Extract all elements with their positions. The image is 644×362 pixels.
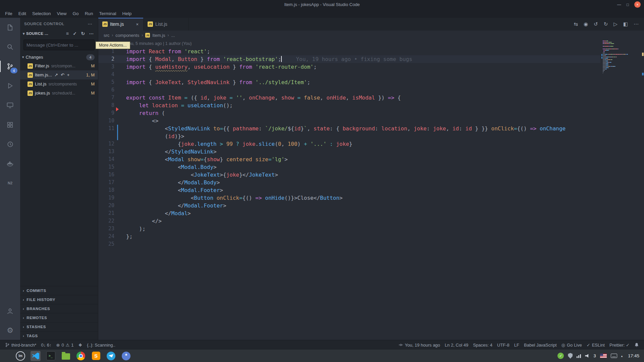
code-line-9[interactable]: 9 return ( [98,109,600,117]
code-line-20[interactable]: 20 </Modal.Footer> [98,202,600,209]
commit-message-input[interactable] [23,40,95,50]
code-line-16[interactable]: 16 <JokeText>{joke}</JokeText> [98,171,600,179]
vscode-taskbar-icon[interactable] [31,351,41,361]
cursor-position[interactable]: Ln 2, Col 49 [442,343,471,348]
menu-terminal[interactable]: Terminal [96,11,119,16]
language-mode[interactable]: Babel JavaScript [522,343,559,348]
change-row-list-js[interactable]: JSList.jssrc/componentsM [20,79,98,88]
split-editor-icon[interactable]: ◧ [623,21,628,27]
code-line-24[interactable]: 24}; [98,233,600,240]
code-line-2[interactable]: 2import { Modal, Button } from 'react-bo… [98,55,600,63]
code-line-7[interactable]: 7export const Item = ({ id, joke = '', o… [98,94,600,102]
section-file-history[interactable]: ›FILE HISTORY [20,295,98,304]
menu-selection[interactable]: Selection [29,11,54,16]
change-row-item-js[interactable]: JSItem.js...↗↶+1, M [20,70,98,79]
chrome-icon[interactable] [76,351,86,361]
keyboard-layout-icon[interactable] [611,354,617,358]
view-as-tree-icon[interactable]: ≡ [65,31,70,36]
sync-indicator[interactable]: 0↓ 6↑ [39,340,54,350]
file-manager-icon[interactable] [61,351,71,361]
volume-icon[interactable] [585,354,589,358]
remote-explorer-icon[interactable] [0,96,20,115]
update-manager-icon[interactable]: ✓ [557,353,564,359]
settings-gear-icon[interactable]: ⚙ [0,321,20,340]
maximize-button[interactable]: □ [627,3,629,7]
mint-menu-icon[interactable]: lm [15,351,25,361]
gitlens-icon[interactable] [0,134,20,154]
change-row-jokes-js[interactable]: JSjokes.jssrc/redux/d...M [20,88,98,98]
code-line-5[interactable]: 5import { JokeText, StyledNavLink } from… [98,78,600,86]
code-line-12[interactable]: 12 {joke.length > 99 ? joke.slice(0, 100… [98,140,600,148]
menu-go[interactable]: Go [70,11,82,16]
account-icon[interactable] [0,301,20,321]
code-line-23[interactable]: 23 ); [98,225,600,233]
us-flag-icon[interactable] [600,354,607,358]
go-live-button[interactable]: ◎ Go Live [559,343,584,348]
minimize-button[interactable]: — [617,3,621,7]
code-line-10[interactable]: 10 <> [98,117,600,125]
stage-changes-icon[interactable]: + [67,72,70,77]
notifications-bell-icon[interactable] [632,343,641,347]
problems-indicator[interactable]: ⊗ 0 ⚠ 1 [54,340,76,350]
code-line-15[interactable]: 15 <Modal.Body> [98,163,600,171]
extensions-icon[interactable] [0,115,20,134]
blue-flower-app-icon[interactable]: * [121,351,131,361]
menu-file[interactable]: File [2,11,15,16]
close-tab-icon[interactable]: × [135,22,139,27]
section-commits[interactable]: ›COMMITS [20,286,98,295]
breadcrumb-item-[interactable]: ... [171,33,175,38]
breadcrumb-item-item-js[interactable]: Item.js [152,33,165,38]
code-line-8[interactable]: 8 let location = useLocation(); [98,102,600,109]
open-file-icon[interactable]: ↗ [54,72,58,77]
refresh-icon[interactable]: ↻ [79,31,86,36]
extension-status-icon[interactable]: ❖ [76,340,85,350]
prettier-status[interactable]: Prettier: ✓ [607,343,632,348]
blame-status[interactable]: You, 19 hours ago [396,343,442,348]
code-line-22[interactable]: 22 </> [98,217,600,225]
arrow-up-icon[interactable]: ▴ [621,354,623,358]
code-line-4[interactable]: 4 [98,71,600,78]
code-line-18[interactable]: 18 <Modal.Footer> [98,186,600,194]
section-stashes[interactable]: ›STASHES [20,322,98,331]
breadcrumb-item-src[interactable]: src [104,33,109,38]
chevron-down-icon[interactable]: ▾ [23,32,25,36]
code-area[interactable]: 1import React from 'react';2import { Mod… [98,48,600,340]
close-button[interactable]: × [634,1,641,8]
scanning-status[interactable]: {..}: Scanning.. [85,340,118,350]
codelens-authors[interactable]: You, 5 minutes ago | 1 author (You) [98,40,644,48]
source-control-icon[interactable]: 4 [0,57,20,76]
encoding-setting[interactable]: UTF-8 [495,343,512,348]
sidebar-more-actions-icon[interactable]: ⋯ [86,21,94,26]
clock[interactable]: 17:45 [628,353,639,358]
terminal-app-icon[interactable]: >_ [46,351,56,361]
next-change-icon[interactable]: ↻ [604,21,608,27]
shield-icon[interactable] [568,353,573,359]
search-icon[interactable] [0,37,20,57]
nx-console-icon[interactable]: N2 [0,173,20,193]
code-line-14[interactable]: 14 <Modal show={show} centered size='lg'… [98,156,600,163]
eslint-status[interactable]: ✓ ESLint [584,343,607,348]
code-line-6[interactable]: 6 [98,86,600,94]
tab-item-js[interactable]: JSItem.js× [98,18,144,31]
discard-changes-icon[interactable]: ↶ [60,72,65,77]
telegram-icon[interactable] [106,351,116,361]
code-line-19[interactable]: 19 <Button onClick={() => onHide()}>Clos… [98,194,600,202]
compare-changes-icon[interactable]: ⇆ [574,21,578,27]
branch-indicator[interactable]: third-branch* [3,340,39,350]
menu-edit[interactable]: Edit [15,11,29,16]
run-file-icon[interactable]: ▷ [613,21,618,27]
section-branches[interactable]: ›BRANCHES [20,304,98,313]
menu-run[interactable]: Run [82,11,96,16]
indentation-setting[interactable]: Spaces: 4 [471,343,495,348]
changes-header[interactable]: ▾ Changes 4 [20,53,98,61]
breadcrumb-item-components[interactable]: components [115,33,139,38]
menu-help[interactable]: Help [119,11,135,16]
signal-bars-icon[interactable] [577,354,581,358]
code-line-25[interactable]: 25 [98,240,600,248]
code-line-11[interactable]: 11 <StyledNavLink to={{ pathname: `/joke… [98,125,600,132]
run-debug-icon[interactable] [0,76,20,96]
sublime-text-icon[interactable]: S [91,351,101,361]
more-actions-icon[interactable]: ⋯ [634,21,639,27]
code-line-3[interactable]: 3import { useHistory, useLocation } from… [98,63,600,71]
code-line-1[interactable]: 1import React from 'react'; [98,48,600,55]
